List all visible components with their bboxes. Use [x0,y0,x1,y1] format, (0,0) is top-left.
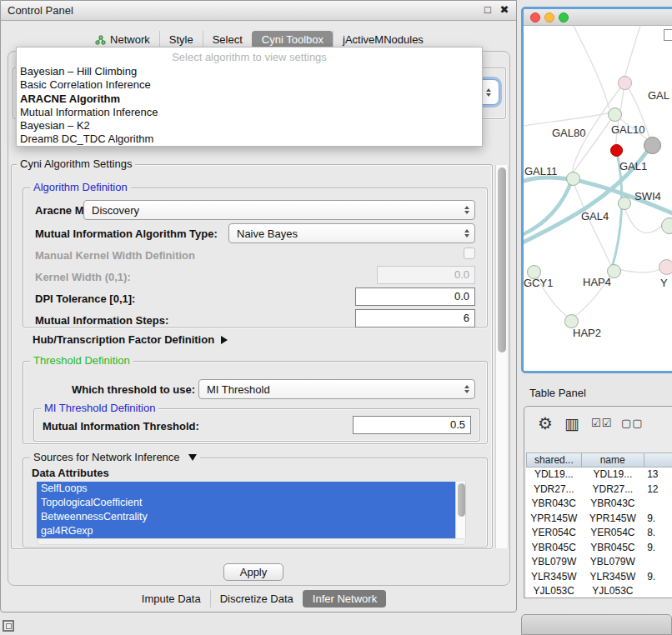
cell[interactable]: 9. [644,512,672,527]
cell[interactable]: YER054C [526,526,582,541]
tab-cyni-toolbox[interactable]: Cyni Toolbox [252,31,333,48]
cell[interactable]: 9. [644,541,672,556]
node-label: GAL11 [524,165,558,178]
gear-icon[interactable]: ⚙ [538,413,553,433]
cell[interactable]: YBR045C [526,541,582,556]
cell[interactable]: 8. [644,526,672,541]
network-node[interactable] [644,137,661,154]
apply-button[interactable]: Apply [223,563,283,581]
network-node[interactable] [618,76,632,90]
aracne-mode-select[interactable]: Discovery [83,200,475,220]
tab-infer-network[interactable]: Infer Network [303,590,386,608]
popup-item-mutual-information[interactable]: Mutual Information Inference [17,106,482,119]
cell[interactable]: YDR27... [582,482,644,498]
popup-item-bayesian-k2[interactable]: Bayesian – K2 [17,119,482,132]
dpi-tolerance-field[interactable]: 0.0 [355,288,475,306]
close-traffic-light[interactable] [530,12,540,22]
cell[interactable] [644,584,672,598]
table-row[interactable]: YDR27... YDR27... 12 [526,482,672,498]
table-row[interactable]: YDL19... YDL19... 13 [526,468,672,482]
table-row[interactable]: YJL053C YJL053C [526,584,672,598]
tab-impute-data[interactable]: Impute Data [133,590,210,608]
attributes-scrollbar-thumb[interactable] [458,483,465,517]
cell[interactable]: YBR043C [582,497,644,512]
cell[interactable]: YDL19... [526,468,582,482]
table-row[interactable]: YER054C YER054C 8. [526,526,672,541]
node-label: Y [660,277,668,289]
cell[interactable] [644,497,672,512]
attributes-hscrollbar[interactable] [37,538,466,545]
algorithm-definition-title: Algorithm Definition [30,181,131,193]
manual-kernel-checkbox [464,248,475,259]
cell[interactable]: 12 [644,482,672,498]
popup-item-dream8[interactable]: Dream8 DC_TDC Algorithm [17,132,482,146]
node-label: GAL80 [552,127,585,139]
cell[interactable]: YBL079W [526,555,582,570]
zoom-traffic-light[interactable] [559,12,569,22]
minimize-icon[interactable]: □ [481,3,494,16]
minimize-traffic-light[interactable] [544,12,554,22]
mi-threshold-label: Mutual Information Threshold: [43,420,199,432]
mi-type-select[interactable]: Naive Bayes [228,223,475,243]
column-header-shared[interactable]: shared... [526,452,582,468]
cell[interactable]: YPR145W [582,512,644,527]
select-all-columns-icon[interactable]: ☑☑ [591,417,612,429]
table-row[interactable]: YBR045C YBR045C 9. [526,541,672,556]
settings-scrollbar-track[interactable] [495,165,509,548]
tab-select[interactable]: Select [203,31,252,48]
list-item-topologicalcoefficient[interactable]: TopologicalCoefficient [37,496,455,510]
hub-definition-toggle[interactable]: Hub/Transcription Factor Definition [33,333,228,346]
cell[interactable]: YDL19... [582,468,644,482]
tab-discretize-data[interactable]: Discretize Data [210,590,303,608]
list-item-betweennesscentrality[interactable]: BetweennessCentrality [37,510,455,524]
cell[interactable]: YBR045C [582,541,644,556]
network-node[interactable] [661,218,672,234]
cell[interactable]: 13 [644,468,672,482]
list-item-gal4rgexp[interactable]: gal4RGexp [37,524,455,538]
network-node[interactable] [618,197,631,210]
columns-icon[interactable]: ▥ [564,414,579,433]
which-threshold-select[interactable]: MI Threshold [198,379,475,399]
popup-item-bayesian-hill[interactable]: Bayesian – Hill Climbing [17,65,482,78]
cell[interactable]: YER054C [582,526,644,541]
attributes-scrollbar-track[interactable] [455,482,466,538]
sources-group-toggle[interactable]: Sources for Network Inference [30,451,200,463]
list-item-selfloops[interactable]: SelfLoops [37,482,455,496]
popup-item-basic-correlation[interactable]: Basic Correlation Inference [17,78,482,92]
tab-style-label: Style [169,31,193,48]
table-row[interactable]: YBR043C YBR043C [526,497,672,512]
close-icon[interactable]: ✖ [498,3,511,16]
mi-threshold-field[interactable]: 0.5 [353,416,471,434]
cell[interactable]: YBR043C [526,497,582,512]
mi-steps-field[interactable]: 6 [355,309,475,328]
popup-item-aracne[interactable]: ARACNE Algorithm [17,92,482,106]
tab-network[interactable]: Network [86,31,159,48]
cell[interactable]: YJL053C [582,584,644,598]
column-header-name[interactable]: name [582,452,644,468]
network-window: GAL GAL80 GAL10 GAL11 GAL1 SWI4 GAL4 GCY… [521,7,672,373]
column-header-extra[interactable] [644,452,672,468]
tab-style[interactable]: Style [159,31,203,48]
cell[interactable]: YLR345W [582,570,644,585]
docked-window-titlebar[interactable] [521,614,672,635]
table-row[interactable]: YLR345W YLR345W 9. [526,570,672,585]
cell[interactable]: YLR345W [526,570,582,585]
network-canvas[interactable]: GAL GAL80 GAL10 GAL11 GAL1 SWI4 GAL4 GCY… [524,26,672,371]
cell[interactable] [644,555,672,570]
table-row[interactable]: YBL079W YBL079W [526,555,672,570]
cell[interactable]: 9. [644,570,672,585]
settings-scrollbar-thumb[interactable] [498,168,506,352]
cell[interactable]: YJL053C [526,584,582,598]
cell[interactable]: YBL079W [582,555,644,570]
table-row[interactable]: YPR145W YPR145W 9. [526,512,672,527]
deselect-all-columns-icon[interactable]: ▢▢ [621,417,644,429]
network-node[interactable] [608,108,622,122]
network-node[interactable] [610,144,623,157]
cell[interactable]: YDR27... [526,482,582,498]
network-node[interactable] [566,172,580,186]
cell[interactable]: YPR145W [526,512,582,527]
tab-jactivemnodules[interactable]: jActiveMNodules [333,31,433,48]
birdseye-corner-widget[interactable] [664,29,672,41]
minimized-panel-icon[interactable] [3,620,14,632]
network-node[interactable] [659,259,672,275]
